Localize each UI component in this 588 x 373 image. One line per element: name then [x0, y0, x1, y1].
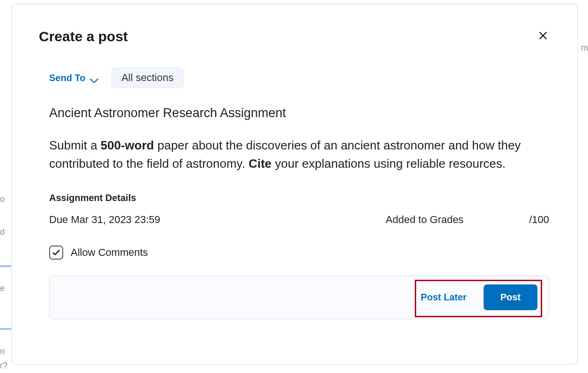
modal-footer: Post Later Post [49, 276, 549, 319]
post-body-prefix: Submit a [49, 138, 101, 152]
post-body-bold-wordcount: 500-word [101, 138, 154, 152]
bg-text: r? [0, 361, 7, 371]
sections-pill[interactable]: All sections [111, 67, 183, 88]
bg-text: m [581, 43, 588, 53]
bg-text: ri [0, 347, 5, 357]
bg-text: e [0, 283, 5, 293]
post-button[interactable]: Post [484, 284, 537, 310]
send-to-toolbar: Send To All sections [40, 67, 549, 88]
post-body-suffix: your explanations using reliable resourc… [272, 157, 506, 171]
create-post-modal: Create a post Send To All sections Ancie… [11, 4, 578, 365]
post-content: Ancient Astronomer Research Assignment S… [40, 106, 549, 276]
modal-header: Create a post [40, 28, 549, 45]
bg-accent [0, 265, 13, 267]
close-button[interactable] [535, 28, 551, 45]
post-later-button[interactable]: Post Later [412, 284, 476, 310]
allow-comments-row: Allow Comments [49, 246, 549, 260]
modal-title: Create a post [39, 29, 128, 45]
due-date: Due Mar 31, 2023 23:59 [49, 214, 160, 226]
assignment-details-row: Due Mar 31, 2023 23:59 Added to Grades /… [49, 214, 549, 226]
send-to-label: Send To [49, 73, 85, 83]
added-to-grades: Added to Grades [386, 214, 463, 226]
bg-text: o [0, 194, 5, 204]
bg-accent [0, 328, 13, 330]
send-to-dropdown[interactable]: Send To [49, 73, 98, 83]
allow-comments-checkbox[interactable] [49, 246, 63, 260]
post-body: Submit a 500-word paper about the discov… [49, 136, 549, 173]
close-icon [538, 30, 548, 42]
post-body-bold-cite: Cite [249, 157, 272, 171]
assignment-details-heading: Assignment Details [49, 193, 549, 203]
chevron-down-icon [90, 75, 98, 81]
grade-max: /100 [529, 214, 549, 226]
post-title: Ancient Astronomer Research Assignment [49, 106, 549, 120]
allow-comments-label: Allow Comments [71, 246, 148, 259]
bg-text: d [0, 227, 5, 237]
